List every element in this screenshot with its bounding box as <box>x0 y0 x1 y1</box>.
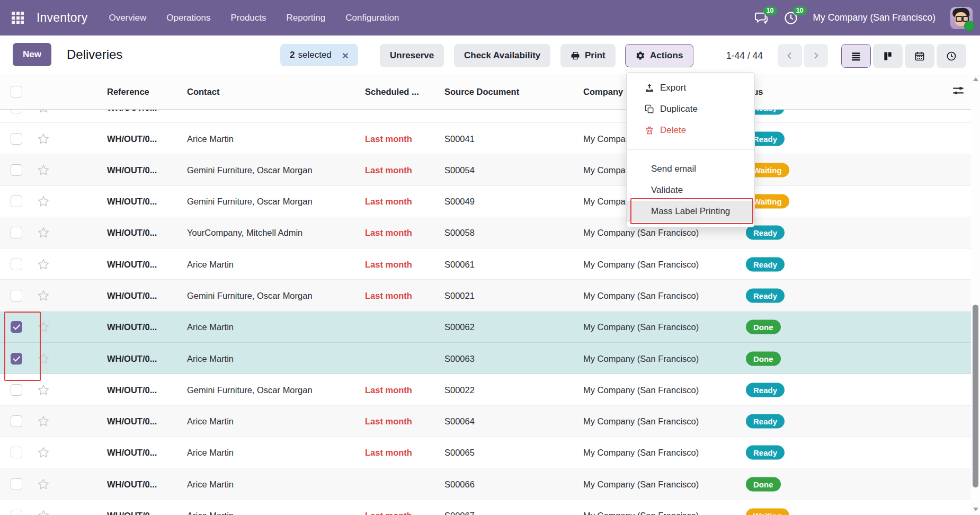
header-source-document[interactable]: Source Document <box>444 86 519 96</box>
table-row[interactable]: WH/OUT/0... Arice Martin S00062 My Compa… <box>0 312 980 343</box>
nav-menu-configuration[interactable]: Configuration <box>345 13 399 23</box>
header-company[interactable]: Company <box>583 86 623 96</box>
nav-menu-products[interactable]: Products <box>230 13 266 23</box>
view-switch-activity-button[interactable] <box>937 44 966 68</box>
messages-icon[interactable]: 10 <box>754 11 769 25</box>
row-checkbox[interactable] <box>11 321 22 333</box>
star-icon[interactable] <box>37 415 50 428</box>
status-badge: Ready <box>746 414 785 429</box>
menu-item-export[interactable]: Export <box>627 77 754 99</box>
pager-previous-button[interactable] <box>778 44 802 67</box>
row-checkbox[interactable] <box>11 259 22 270</box>
star-icon[interactable] <box>37 352 50 365</box>
scroll-up-arrow[interactable] <box>973 77 978 81</box>
scroll-down-arrow[interactable] <box>973 508 978 511</box>
row-checkbox[interactable] <box>11 196 22 207</box>
star-icon[interactable] <box>37 258 50 271</box>
select-all-checkbox[interactable] <box>11 86 22 97</box>
row-checkbox[interactable] <box>11 478 22 490</box>
cell-reference: WH/OUT/0... <box>107 134 157 144</box>
table-row[interactable]: WH/OUT/0... YourCompany, Mitchell Admin … <box>0 217 980 248</box>
star-icon[interactable] <box>37 164 50 176</box>
star-icon[interactable] <box>37 384 50 396</box>
menu-item-label: Export <box>660 83 686 93</box>
scrollbar-thumb[interactable] <box>973 305 978 487</box>
table-row[interactable]: WH/OUT/0... Gemini Furniture, Oscar Morg… <box>0 374 980 405</box>
menu-item-delete[interactable]: Delete <box>627 120 754 141</box>
optional-columns-icon[interactable] <box>951 84 965 100</box>
table-row[interactable]: WH/OUT/0... Arice Martin Last month S000… <box>0 437 980 468</box>
table-row[interactable]: WH/OUT/0... Arice Martin S00063 My Compa… <box>0 343 980 374</box>
star-icon[interactable] <box>37 195 50 208</box>
star-icon[interactable] <box>37 321 50 333</box>
inventory-app-window: Inventory Overview Operations Products R… <box>0 0 980 515</box>
row-checkbox[interactable] <box>11 447 22 458</box>
header-reference[interactable]: Reference <box>107 86 149 96</box>
clear-selection-icon[interactable]: × <box>342 50 349 61</box>
header-contact[interactable]: Contact <box>187 86 219 96</box>
table-row[interactable]: WH/OUT/0... Arice Martin S00066 My Compa… <box>0 468 980 500</box>
row-checkbox[interactable] <box>11 510 22 515</box>
nav-menu-reporting[interactable]: Reporting <box>287 13 326 23</box>
menu-item-mass-label-printing[interactable]: Mass Label Printing <box>627 201 754 222</box>
star-icon[interactable] <box>37 478 50 491</box>
print-label: Print <box>585 50 605 61</box>
menu-item-validate[interactable]: Validate <box>627 180 754 201</box>
cell-reference: WH/OUT/0... <box>107 259 157 269</box>
cell-contact: Gemini Furniture, Oscar Morgan <box>187 165 313 175</box>
activities-icon[interactable]: 10 <box>783 11 798 25</box>
cell-scheduled-date: Last month <box>365 197 412 207</box>
row-checkbox[interactable] <box>11 290 22 301</box>
cell-company: My Company (San Francisco) <box>583 322 699 332</box>
table-header-row: Reference Contact Scheduled ... Source D… <box>0 74 980 110</box>
cell-source-document: S00067 <box>444 511 475 515</box>
view-switch-list-button[interactable] <box>841 44 871 68</box>
cell-company: My Company (San Francisco) <box>583 228 699 238</box>
row-checkbox[interactable] <box>11 353 22 365</box>
table-row[interactable]: WH/OUT/0... Gemini Furniture, Oscar Morg… <box>0 154 980 185</box>
check-availability-button[interactable]: Check Availability <box>454 44 550 67</box>
nav-menu-overview[interactable]: Overview <box>109 13 146 23</box>
menu-item-duplicate[interactable]: Duplicate <box>627 99 754 120</box>
star-icon[interactable] <box>37 226 50 239</box>
status-badge: Done <box>746 320 781 334</box>
header-scheduled-date[interactable]: Scheduled ... <box>365 86 419 96</box>
status-badge: Waiting <box>746 509 789 515</box>
star-icon[interactable] <box>37 132 50 145</box>
nav-menu-operations[interactable]: Operations <box>166 13 210 23</box>
table-row[interactable]: WH/OUT/0... Arice Martin Last month S000… <box>0 500 980 515</box>
cell-source-document: S00058 <box>444 228 475 238</box>
row-checkbox[interactable] <box>11 109 22 113</box>
pager-next-button[interactable] <box>804 44 828 67</box>
star-icon[interactable] <box>37 109 50 114</box>
cell-contact: Gemini Furniture, Oscar Morgan <box>187 290 313 300</box>
table-row[interactable]: WH/OUT/0... Gemini Furniture, Oscar Morg… <box>0 186 980 217</box>
row-checkbox[interactable] <box>11 415 22 427</box>
print-button[interactable]: Print <box>560 44 616 67</box>
view-switch-kanban-button[interactable] <box>873 44 903 68</box>
unreserve-button[interactable]: Unreserve <box>380 44 444 67</box>
app-name[interactable]: Inventory <box>37 11 87 25</box>
actions-button[interactable]: Actions <box>625 44 693 67</box>
messages-count-badge: 10 <box>763 6 777 16</box>
apps-menu-icon[interactable] <box>12 12 24 24</box>
star-icon[interactable] <box>37 289 50 302</box>
star-icon[interactable] <box>37 509 50 515</box>
star-icon[interactable] <box>37 446 50 459</box>
row-checkbox[interactable] <box>11 227 22 238</box>
menu-item-send-email[interactable]: Send email <box>627 158 754 180</box>
company-switcher[interactable]: My Company (San Francisco) <box>813 12 936 23</box>
row-checkbox[interactable] <box>11 133 22 145</box>
view-switch-calendar-button[interactable] <box>905 44 934 68</box>
table-row[interactable]: WH/OUT/0... Arice Martin Last month S000… <box>0 248 980 280</box>
chevron-left-icon <box>786 51 794 60</box>
table-row[interactable]: WH/OUT/0... Arice Martin Last month S000… <box>0 406 980 437</box>
table-row[interactable]: WH/OUT/0... Arice Martin Last month S000… <box>0 123 980 154</box>
new-button[interactable]: New <box>13 43 51 66</box>
table-row[interactable]: WH/OUT/0... Gemini Furniture, Oscar Morg… <box>0 280 980 311</box>
row-checkbox[interactable] <box>11 384 22 396</box>
cell-source-document: S00041 <box>444 134 475 144</box>
row-checkbox[interactable] <box>11 164 22 176</box>
table-row[interactable]: WH/OUT/0... Ready <box>0 109 980 123</box>
user-avatar[interactable] <box>950 7 973 29</box>
